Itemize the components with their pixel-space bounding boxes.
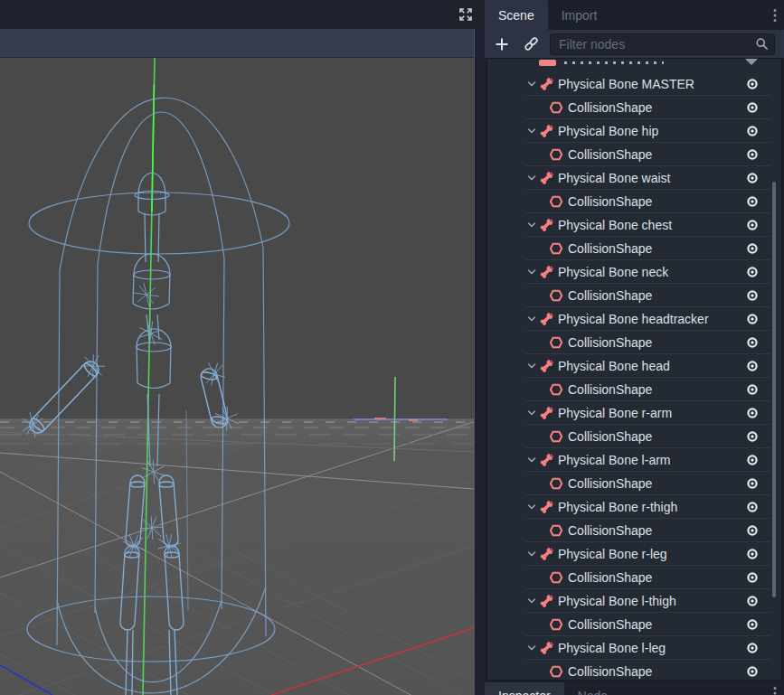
node-label: Physical Bone r-arm [558, 406, 745, 420]
visibility-eye-icon[interactable] [745, 265, 760, 279]
add-node-button[interactable] [494, 36, 510, 52]
visibility-eye-icon[interactable] [745, 241, 760, 256]
tree-node-row[interactable]: CollisionShape [487, 237, 781, 260]
tree-node-row[interactable]: Physical Bone waist [487, 166, 781, 190]
tree-node-row[interactable]: Physical Bone MASTER [487, 72, 781, 96]
tree-node-row[interactable]: CollisionShape [487, 472, 781, 495]
collision-shape-icon [549, 335, 563, 350]
clipped-node-icon [539, 60, 556, 66]
tree-rows: Physical Bone MASTERCollisionShapePhysic… [487, 72, 781, 681]
collision-shape-icon [549, 147, 563, 162]
visibility-eye-icon[interactable] [745, 147, 760, 162]
clipped-node-text [564, 61, 664, 64]
tree-node-row[interactable]: CollisionShape [487, 519, 781, 542]
node-label: CollisionShape [568, 335, 745, 350]
node-label: CollisionShape [568, 241, 745, 256]
node-label: Physical Bone r-thigh [558, 500, 745, 514]
tree-node-row[interactable]: CollisionShape [487, 284, 781, 307]
visibility-eye-icon[interactable] [745, 641, 760, 655]
visibility-eye-icon[interactable] [745, 453, 760, 467]
viewport-pane [0, 0, 485, 695]
tree-scrollbar-thumb[interactable] [772, 182, 776, 597]
tree-node-row[interactable]: CollisionShape [487, 660, 781, 681]
collision-shape-icon [549, 476, 563, 491]
tree-node-row[interactable]: CollisionShape [487, 190, 781, 213]
visibility-eye-icon[interactable] [745, 288, 760, 303]
visibility-eye-icon[interactable] [745, 171, 760, 185]
dock-menu-dots-icon[interactable] [773, 8, 777, 26]
visibility-eye-icon[interactable] [745, 194, 760, 209]
viewport-toolbar-strip [0, 29, 474, 58]
chevron-down-icon[interactable] [526, 596, 537, 606]
node-label: Physical Bone hip [558, 124, 745, 138]
physical-bone-icon [539, 265, 553, 279]
visibility-eye-icon[interactable] [745, 100, 760, 115]
node-label: CollisionShape [568, 194, 745, 209]
chevron-down-icon[interactable] [526, 79, 537, 89]
node-label: Physical Bone waist [558, 171, 745, 185]
visibility-eye-icon[interactable] [745, 429, 760, 444]
visibility-eye-icon[interactable] [745, 664, 760, 679]
tree-node-row[interactable]: Physical Bone headtracker [487, 307, 781, 331]
tab-inspector[interactable]: Inspector [485, 682, 564, 695]
tree-node-row[interactable]: Physical Bone r-leg [487, 542, 781, 566]
node-label: CollisionShape [568, 429, 745, 444]
chevron-down-icon[interactable] [526, 408, 537, 418]
tree-node-row[interactable]: CollisionShape [487, 378, 781, 401]
tree-node-row[interactable]: Physical Bone chest [487, 213, 781, 237]
visibility-eye-icon[interactable] [745, 476, 760, 491]
visibility-eye-icon[interactable] [745, 547, 760, 561]
3d-viewport[interactable] [0, 58, 474, 695]
visibility-eye-icon[interactable] [745, 617, 760, 632]
bottom-dock-menu-dots-icon[interactable] [773, 686, 777, 695]
chevron-down-icon[interactable] [526, 455, 537, 465]
chevron-down-icon[interactable] [526, 126, 537, 136]
tree-node-row[interactable]: Physical Bone l-leg [487, 636, 781, 660]
tree-node-row[interactable]: Physical Bone r-arm [487, 401, 781, 425]
visibility-eye-icon[interactable] [745, 335, 760, 350]
visibility-eye-icon[interactable] [745, 594, 760, 608]
node-label: Physical Bone r-leg [558, 547, 745, 561]
tab-import[interactable]: Import [548, 0, 611, 30]
tree-node-row[interactable]: CollisionShape [487, 331, 781, 354]
tree-node-row[interactable]: CollisionShape [487, 613, 781, 636]
physical-bone-icon [539, 171, 553, 185]
clipped-node-row[interactable] [487, 59, 781, 72]
instance-scene-button[interactable] [523, 36, 539, 52]
chevron-down-icon[interactable] [526, 173, 537, 183]
tab-node[interactable]: Node [564, 682, 621, 695]
tree-node-row[interactable]: CollisionShape [487, 143, 781, 166]
visibility-eye-icon[interactable] [745, 570, 760, 585]
chevron-down-icon[interactable] [526, 220, 537, 230]
visibility-eye-icon[interactable] [745, 382, 760, 397]
tree-node-row[interactable]: Physical Bone l-arm [487, 448, 781, 472]
node-label: CollisionShape [568, 570, 745, 585]
filter-nodes-input[interactable] [550, 33, 775, 55]
tree-node-row[interactable]: CollisionShape [487, 96, 781, 119]
tree-node-row[interactable]: Physical Bone l-thigh [487, 589, 781, 613]
chevron-down-icon[interactable] [526, 267, 537, 277]
visibility-eye-icon[interactable] [745, 77, 760, 91]
chevron-down-icon[interactable] [526, 502, 537, 512]
pane-separator[interactable] [474, 29, 485, 695]
collision-shape-icon [549, 100, 563, 115]
tab-scene[interactable]: Scene [485, 0, 548, 30]
expand-viewport-icon[interactable] [458, 6, 474, 23]
chevron-down-icon[interactable] [526, 643, 537, 653]
visibility-eye-icon[interactable] [745, 359, 760, 373]
tree-node-row[interactable]: Physical Bone hip [487, 119, 781, 143]
chevron-down-icon[interactable] [526, 314, 537, 324]
visibility-eye-icon[interactable] [745, 124, 760, 138]
tree-node-row[interactable]: CollisionShape [487, 425, 781, 448]
visibility-eye-icon[interactable] [745, 500, 760, 514]
chevron-down-icon[interactable] [526, 549, 537, 559]
visibility-eye-icon[interactable] [745, 406, 760, 420]
chevron-down-icon[interactable] [526, 361, 537, 371]
visibility-eye-icon[interactable] [745, 218, 760, 232]
tree-node-row[interactable]: Physical Bone neck [487, 260, 781, 284]
tree-node-row[interactable]: CollisionShape [487, 566, 781, 589]
visibility-eye-icon[interactable] [745, 312, 760, 326]
visibility-eye-icon[interactable] [745, 523, 760, 538]
tree-node-row[interactable]: Physical Bone r-thigh [487, 495, 781, 519]
tree-node-row[interactable]: Physical Bone head [487, 354, 781, 378]
